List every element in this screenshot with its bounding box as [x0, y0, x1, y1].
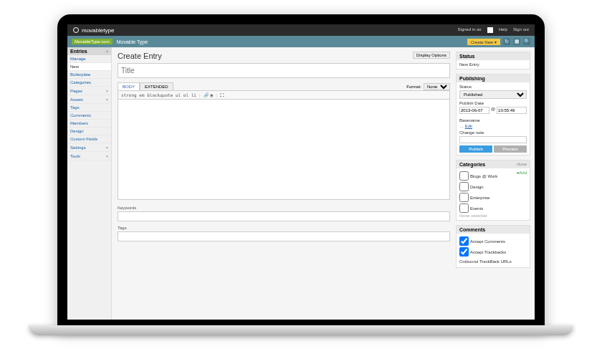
chevron-down-icon: ▾: [106, 49, 108, 54]
sidebar: Entries▾ ManageNewBoilerplateCategoriesP…: [67, 47, 112, 320]
sidebar-item-tags[interactable]: Tags: [67, 104, 111, 112]
toolbar-em[interactable]: em: [139, 92, 144, 97]
brand[interactable]: movabletype: [73, 27, 114, 34]
toolbar-li[interactable]: li: [191, 92, 196, 97]
format-label: Format:: [406, 85, 421, 89]
preview-button[interactable]: Preview: [494, 145, 527, 153]
navbar: MovableType.com Movable Type Create New …: [67, 36, 535, 47]
tags-input[interactable]: [118, 231, 450, 241]
toolbar-ul[interactable]: ul: [176, 92, 181, 97]
toolbar-blockquote[interactable]: blockquote: [147, 92, 173, 97]
outbound-label: Outbound TrackBack URLs: [459, 259, 527, 264]
editor-textarea[interactable]: [118, 100, 450, 200]
laptop-base: [29, 325, 573, 335]
top-links: Signed in as Help Sign out: [458, 27, 529, 33]
display-options-button[interactable]: Display Options: [413, 52, 450, 59]
tab-body[interactable]: BODY: [118, 82, 140, 90]
laptop-frame: movabletype Signed in as Help Sign out M…: [57, 14, 545, 330]
search-icon[interactable]: 🔍: [523, 38, 530, 45]
create-new-button[interactable]: Create New ▾: [467, 39, 500, 45]
sidebar-item-comments[interactable]: Comments: [67, 112, 111, 120]
right-sidebar: Status New Entry Publishing Status Publi…: [456, 47, 535, 320]
sidebar-item-tools[interactable]: Tools▾: [67, 152, 111, 161]
add-category-link[interactable]: ●Add: [517, 171, 527, 175]
image-icon[interactable]: ▣: [211, 92, 214, 97]
toolbar-strong[interactable]: strong: [121, 92, 137, 97]
help-link[interactable]: Help: [499, 27, 507, 33]
status-value: New Entry: [459, 62, 479, 67]
page-title: Create Entry: [118, 52, 450, 60]
categories-panel: Categoriesclose ●Add Blogs @ WorkDesignE…: [456, 160, 530, 221]
accept-comments-checkbox[interactable]: [459, 236, 469, 246]
entry-title-input[interactable]: [118, 63, 450, 78]
refresh-icon[interactable]: ↻: [503, 38, 510, 45]
keywords-input[interactable]: [118, 211, 450, 221]
format-select[interactable]: None: [424, 83, 450, 90]
content-area: Entries▾ ManageNewBoilerplateCategoriesP…: [67, 47, 535, 320]
grid-icon[interactable]: ▦: [513, 38, 520, 45]
changenote-label: Change note: [459, 130, 527, 135]
topbar: movabletype Signed in as Help Sign out: [67, 24, 535, 36]
status-panel: Status New Entry: [456, 52, 530, 70]
pub-status-label: Status: [459, 85, 527, 89]
sidebar-item-members[interactable]: Members: [67, 120, 111, 128]
accept-trackbacks-checkbox[interactable]: [459, 247, 469, 257]
tags-label: Tags: [118, 226, 450, 230]
screen: movabletype Signed in as Help Sign out M…: [67, 24, 535, 320]
category-item[interactable]: Enterprise: [459, 192, 517, 203]
sidebar-item-manage[interactable]: Manage: [67, 55, 111, 63]
sidebar-item-design[interactable]: Design: [67, 128, 111, 135]
categories-close-link[interactable]: close: [517, 162, 527, 167]
sidebar-header[interactable]: Entries▾: [67, 47, 111, 55]
brand-text: movabletype: [82, 27, 114, 34]
sidebar-item-boilerplate[interactable]: Boilerplate: [67, 71, 111, 79]
status-panel-header: Status: [457, 52, 530, 60]
pub-time-input[interactable]: [497, 107, 527, 114]
user-avatar-icon[interactable]: [487, 27, 493, 33]
basename-label: Basename: [459, 118, 527, 123]
publish-button[interactable]: Publish: [459, 145, 492, 153]
category-item[interactable]: Design: [459, 181, 517, 192]
category-item[interactable]: Blogs @ Work: [459, 171, 517, 181]
sidebar-item-new[interactable]: New: [67, 63, 111, 71]
sidebar-item-pages[interactable]: Pages▾: [67, 87, 111, 95]
main-panel: Display Options Create Entry BODY EXTEND…: [112, 47, 456, 320]
nav-site-badge[interactable]: MovableType.com: [72, 39, 113, 44]
nav-title[interactable]: Movable Type: [117, 39, 148, 44]
keywords-label: Keywords: [118, 206, 450, 210]
editor-toolbar: strong em blockquote ul ol li | 🔗 ▣ | ⛶: [118, 91, 450, 100]
link-icon[interactable]: 🔗: [204, 92, 209, 97]
category-item[interactable]: Events: [459, 203, 517, 214]
changenote-input[interactable]: [459, 136, 527, 143]
pub-date-label: Publish Date: [459, 101, 527, 105]
fullscreen-icon[interactable]: ⛶: [220, 92, 224, 97]
sidebar-item-assets[interactable]: Assets▾: [67, 95, 111, 104]
sidebar-item-settings[interactable]: Settings▾: [67, 143, 111, 152]
basename-edit-link[interactable]: Edit: [465, 124, 472, 128]
brand-icon: [73, 27, 79, 33]
editor-tabs: BODY EXTENDED Format: None: [118, 82, 450, 91]
signed-in-text: Signed in as: [458, 27, 482, 33]
sidebar-item-custom-fields[interactable]: Custom Fields: [67, 135, 111, 143]
signout-link[interactable]: Sign out: [513, 27, 529, 33]
toolbar-ol[interactable]: ol: [183, 92, 188, 97]
pub-status-select[interactable]: Published: [459, 90, 527, 99]
sidebar-item-categories[interactable]: Categories: [67, 79, 111, 87]
tab-extended[interactable]: EXTENDED: [140, 82, 173, 90]
pub-date-input[interactable]: [459, 107, 489, 114]
none-selected-text: None selected: [459, 214, 527, 218]
publishing-panel: Publishing Status Published Publish Date…: [456, 74, 530, 155]
comments-panel: Comments Accept Comments Accept Trackbac…: [456, 225, 530, 268]
